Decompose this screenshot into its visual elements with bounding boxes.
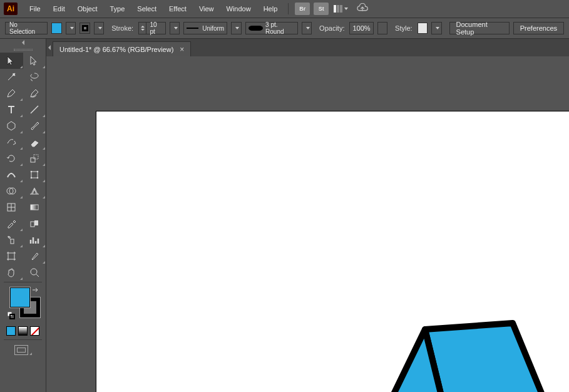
screen-mode-icon	[14, 345, 28, 355]
document-tab-strip: Untitled-1* @ 66.67% (RGB/Preview) ×	[46, 39, 569, 56]
menu-type[interactable]: Type	[105, 3, 131, 15]
scale-tool[interactable]	[23, 150, 46, 167]
document-setup-button[interactable]: Document Setup	[449, 22, 510, 34]
svg-rect-16	[8, 253, 14, 259]
graphic-style-swatch[interactable]	[418, 23, 428, 34]
zoom-tool[interactable]	[23, 264, 46, 281]
menu-edit[interactable]: Edit	[48, 3, 71, 15]
paintbrush-tool[interactable]	[23, 118, 46, 134]
chevron-down-icon	[70, 27, 74, 29]
stroke-swatch[interactable]	[79, 23, 90, 34]
brush-name: Uniform	[202, 25, 224, 32]
document-tab[interactable]: Untitled-1* @ 66.67% (RGB/Preview) ×	[53, 41, 191, 56]
tools-collapse[interactable]	[0, 39, 46, 46]
none-mode-button[interactable]	[30, 326, 39, 336]
default-fill-swatch[interactable]	[10, 287, 30, 307]
chevron-down-icon	[436, 27, 439, 29]
fill-swatch[interactable]	[51, 23, 61, 34]
magic-wand-tool[interactable]	[0, 69, 23, 85]
variable-width-profile[interactable]: 3 pt. Round	[245, 22, 298, 34]
screen-mode-button[interactable]	[0, 341, 46, 359]
tools-drag-handle[interactable]	[0, 46, 46, 53]
default-fill-stroke-icon[interactable]	[7, 311, 16, 320]
gradient-mode-button[interactable]	[18, 326, 28, 336]
svg-rect-4	[31, 172, 38, 178]
menu-object[interactable]: Object	[72, 3, 103, 15]
menu-help[interactable]: Help	[258, 3, 284, 15]
slice-tool[interactable]	[23, 248, 46, 264]
shaper-tool[interactable]	[0, 134, 23, 150]
free-transform-tool[interactable]	[23, 167, 46, 183]
variable-width-value: 3 pt. Round	[265, 21, 295, 35]
sync-settings-icon[interactable]	[356, 3, 369, 14]
gradient-tool[interactable]	[23, 199, 46, 215]
stroke-weight-value[interactable]: 10 pt	[146, 21, 165, 35]
opacity-dropdown[interactable]	[377, 22, 387, 34]
svg-rect-13	[31, 222, 34, 227]
tools-panel	[0, 39, 46, 392]
perspective-grid-tool[interactable]	[23, 183, 46, 199]
menu-file[interactable]: File	[24, 3, 46, 15]
stroke-dropdown[interactable]	[94, 22, 104, 34]
stroke-label: Stroke:	[111, 24, 133, 32]
brush-definition[interactable]: Uniform	[183, 22, 227, 34]
arrange-documents-button[interactable]	[334, 5, 348, 13]
column-graph-tool[interactable]	[23, 232, 46, 248]
selection-status: No Selection	[5, 22, 48, 34]
variable-width-dropdown[interactable]	[302, 22, 312, 34]
hand-tool[interactable]	[0, 264, 23, 281]
symbol-sprayer-tool[interactable]	[0, 232, 23, 248]
artboard[interactable]	[96, 111, 569, 392]
swap-fill-stroke-icon[interactable]	[31, 286, 40, 295]
menu-window[interactable]: Window	[221, 3, 257, 15]
eyedropper-tool[interactable]	[0, 215, 23, 232]
artboard-tool[interactable]	[0, 248, 23, 264]
rotate-tool[interactable]	[0, 150, 23, 167]
chevron-down-icon	[174, 27, 178, 29]
stroke-weight-input[interactable]: 10 pt	[138, 22, 166, 34]
color-mode-button[interactable]	[6, 326, 16, 336]
selection-tool[interactable]	[0, 53, 23, 69]
width-tool[interactable]	[0, 167, 23, 183]
menu-select[interactable]: Select	[131, 3, 162, 15]
shape-builder-tool[interactable]	[0, 183, 23, 199]
opacity-input[interactable]: 100%	[349, 22, 373, 34]
eraser-tool[interactable]	[23, 134, 46, 150]
chevron-down-icon	[344, 8, 348, 10]
document-tab-title: Untitled-1* @ 66.67% (RGB/Preview)	[59, 46, 173, 53]
mesh-tool[interactable]	[0, 199, 23, 215]
preferences-button[interactable]: Preferences	[513, 22, 564, 34]
svg-rect-12	[31, 205, 38, 210]
tabstrip-collapse[interactable]	[46, 39, 53, 56]
chevron-down-icon	[235, 27, 239, 29]
stroke-weight-stepper[interactable]	[139, 23, 146, 34]
blend-tool[interactable]	[23, 215, 46, 232]
shape-tool[interactable]	[0, 118, 23, 134]
stock-button[interactable]: St	[314, 3, 329, 15]
line-segment-tool[interactable]	[23, 101, 46, 118]
svg-marker-0	[8, 121, 15, 130]
fill-stroke-control[interactable]	[6, 286, 39, 322]
opacity-value[interactable]: 100%	[352, 24, 370, 32]
brush-dropdown[interactable]	[231, 22, 241, 34]
chevron-down-icon	[98, 27, 102, 29]
menu-bar: Ai File Edit Object Type Select Effect V…	[0, 0, 569, 18]
graphic-style-dropdown[interactable]	[431, 22, 441, 34]
menu-view[interactable]: View	[193, 3, 220, 15]
control-bar: No Selection Stroke: 10 pt Uniform 3 pt.…	[0, 18, 569, 39]
close-tab-button[interactable]: ×	[180, 45, 184, 54]
direct-selection-tool[interactable]	[23, 53, 46, 69]
stroke-weight-dropdown[interactable]	[170, 22, 180, 34]
lasso-tool[interactable]	[23, 69, 46, 85]
curvature-tool[interactable]	[23, 85, 46, 101]
artwork[interactable]	[96, 111, 569, 392]
bridge-button[interactable]: Br	[295, 3, 310, 15]
menu-effect[interactable]: Effect	[163, 3, 192, 15]
pen-tool[interactable]	[0, 85, 23, 101]
fill-dropdown[interactable]	[66, 22, 76, 34]
artwork-face[interactable]	[425, 323, 560, 392]
type-tool[interactable]	[0, 101, 23, 118]
canvas-area[interactable]	[46, 56, 569, 392]
brush-preview-line	[187, 28, 198, 29]
svg-rect-1	[31, 158, 35, 162]
